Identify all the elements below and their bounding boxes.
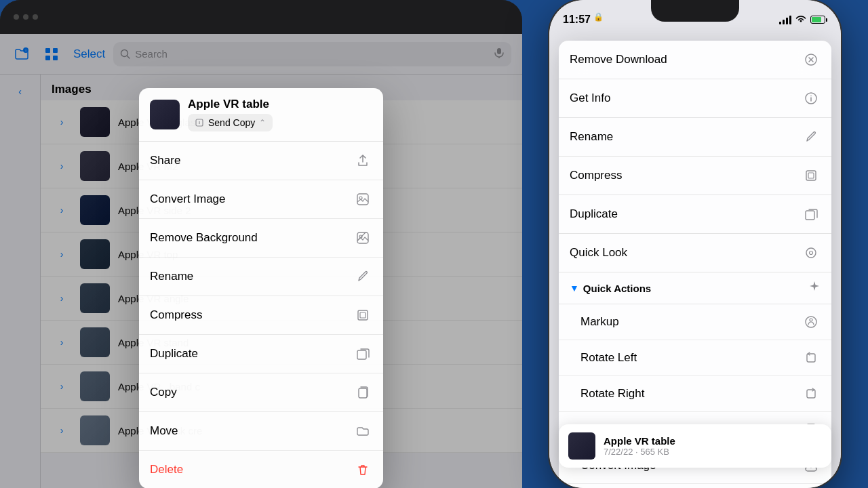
svg-point-31 bbox=[810, 251, 813, 255]
iphone-menu-rename[interactable]: Rename bbox=[559, 118, 831, 157]
compress-icon bbox=[802, 166, 821, 185]
move-label: Move bbox=[150, 424, 353, 438]
svg-rect-20 bbox=[359, 388, 367, 398]
quick-actions-chevron-icon: ▼ bbox=[570, 283, 579, 293]
remove-background-icon bbox=[353, 228, 372, 247]
remove-download-label: Remove Download bbox=[570, 53, 802, 66]
copy-icon bbox=[353, 383, 372, 402]
ipad-screen: ! Select bbox=[0, 34, 522, 488]
iphone-menu-get-info[interactable]: Get Info bbox=[559, 79, 831, 118]
get-info-label: Get Info bbox=[570, 92, 802, 105]
lock-icon: 🔒 bbox=[593, 12, 604, 22]
rename-label: Rename bbox=[570, 130, 802, 144]
svg-rect-34 bbox=[807, 354, 815, 362]
iphone-menu-remove-download[interactable]: Remove Download bbox=[559, 41, 831, 79]
ipad-dot-3 bbox=[33, 14, 38, 20]
delete-label: Delete bbox=[150, 463, 353, 476]
bottom-card-info: Apple VR table 7/22/22 · 565 KB bbox=[604, 435, 822, 457]
ipad-panel: ! Select bbox=[0, 0, 522, 488]
rename-icon bbox=[353, 267, 372, 286]
convert-image-icon bbox=[353, 190, 372, 209]
iphone-menu-markup[interactable]: Markup bbox=[559, 304, 831, 340]
iphone-menu-compress[interactable]: Compress bbox=[559, 157, 831, 195]
share-label: Share bbox=[150, 154, 353, 167]
compress-label: Compress bbox=[570, 169, 802, 182]
quick-actions-title: Quick Actions bbox=[583, 283, 808, 294]
svg-rect-28 bbox=[808, 173, 814, 178]
svg-rect-18 bbox=[360, 312, 366, 318]
iphone-menu-quick-look[interactable]: Quick Look bbox=[559, 234, 831, 272]
rotate-left-icon bbox=[802, 348, 821, 367]
context-menu: Apple VR table Send Copy ⌃ bbox=[139, 88, 383, 488]
signal-icon bbox=[779, 15, 791, 24]
svg-point-33 bbox=[810, 319, 812, 321]
context-menu-compress[interactable]: Compress bbox=[139, 296, 383, 335]
bottom-card-title: Apple VR table bbox=[604, 435, 822, 447]
iphone-menu-remove-background[interactable]: Remove Background bbox=[559, 484, 831, 488]
quick-actions-header[interactable]: ▼ Quick Actions bbox=[559, 272, 831, 304]
quick-actions-sparkle-icon bbox=[808, 281, 821, 296]
iphone-context-menu: Remove Download Get Info bbox=[559, 41, 831, 488]
iphone-bottom-card: Apple VR table 7/22/22 · 565 KB bbox=[559, 424, 831, 468]
svg-rect-27 bbox=[806, 171, 816, 180]
context-menu-delete[interactable]: Delete bbox=[139, 451, 383, 488]
iphone-menu-rotate-right[interactable]: Rotate Right bbox=[559, 376, 831, 412]
duplicate-icon bbox=[802, 205, 821, 224]
duplicate-label: Duplicate bbox=[570, 207, 802, 221]
context-menu-duplicate[interactable]: Duplicate bbox=[139, 335, 383, 373]
context-menu-remove-background[interactable]: Remove Background bbox=[139, 219, 383, 258]
rename-label: Rename bbox=[150, 270, 353, 283]
ipad-dot-2 bbox=[23, 14, 28, 20]
iphone-menu-duplicate[interactable]: Duplicate bbox=[559, 195, 831, 234]
copy-label: Copy bbox=[150, 386, 353, 399]
iphone-panel: 11:57 🔒 bbox=[522, 0, 868, 488]
context-menu-share[interactable]: Share bbox=[139, 142, 383, 180]
send-copy-label: Send Copy bbox=[208, 117, 255, 128]
svg-line-16 bbox=[357, 232, 366, 241]
svg-rect-29 bbox=[806, 211, 814, 220]
duplicate-icon bbox=[353, 344, 372, 363]
context-menu-rename[interactable]: Rename bbox=[139, 258, 383, 296]
compress-icon bbox=[353, 306, 372, 325]
compress-label: Compress bbox=[150, 308, 353, 322]
context-menu-file-info: Apple VR table Send Copy ⌃ bbox=[188, 98, 273, 131]
quick-look-icon bbox=[802, 243, 821, 262]
iphone-screen: 11:57 🔒 bbox=[549, 0, 841, 488]
svg-rect-17 bbox=[358, 310, 368, 320]
context-menu-copy[interactable]: Copy bbox=[139, 373, 383, 412]
duplicate-label: Duplicate bbox=[150, 347, 353, 361]
ipad-dot-1 bbox=[14, 14, 19, 20]
ipad-frame: ! Select bbox=[0, 0, 522, 488]
delete-icon bbox=[353, 460, 372, 479]
rotate-right-icon bbox=[802, 384, 821, 403]
send-copy-button[interactable]: Send Copy ⌃ bbox=[188, 114, 273, 131]
iphone-notch bbox=[651, 0, 739, 22]
markup-label: Markup bbox=[580, 315, 802, 329]
wifi-icon bbox=[795, 14, 806, 25]
svg-point-30 bbox=[806, 248, 816, 258]
move-icon bbox=[353, 422, 372, 441]
svg-point-13 bbox=[359, 197, 362, 199]
status-time: 11:57 bbox=[563, 14, 591, 26]
context-menu-thumbnail bbox=[150, 100, 180, 129]
context-menu-file-title: Apple VR table bbox=[188, 98, 273, 111]
status-time-area: 11:57 🔒 bbox=[563, 8, 604, 26]
svg-rect-35 bbox=[807, 390, 815, 398]
svg-rect-12 bbox=[357, 194, 368, 205]
bottom-card-subtitle: 7/22/22 · 565 KB bbox=[604, 447, 822, 457]
svg-rect-14 bbox=[357, 232, 368, 243]
rotate-left-label: Rotate Left bbox=[580, 351, 802, 365]
convert-image-label: Convert Image bbox=[150, 192, 353, 206]
markup-icon bbox=[802, 312, 821, 331]
rotate-right-label: Rotate Right bbox=[580, 387, 802, 401]
context-menu-move[interactable]: Move bbox=[139, 412, 383, 451]
context-menu-convert-image[interactable]: Convert Image bbox=[139, 180, 383, 219]
iphone-menu-rotate-left[interactable]: Rotate Left bbox=[559, 340, 831, 376]
battery-icon bbox=[810, 16, 827, 24]
get-info-icon bbox=[802, 89, 821, 108]
iphone-frame: 11:57 🔒 bbox=[549, 0, 841, 488]
rename-icon bbox=[802, 127, 821, 146]
context-menu-header: Apple VR table Send Copy ⌃ bbox=[139, 88, 383, 142]
remove-background-label: Remove Background bbox=[150, 231, 353, 245]
quick-look-label: Quick Look bbox=[570, 246, 802, 260]
